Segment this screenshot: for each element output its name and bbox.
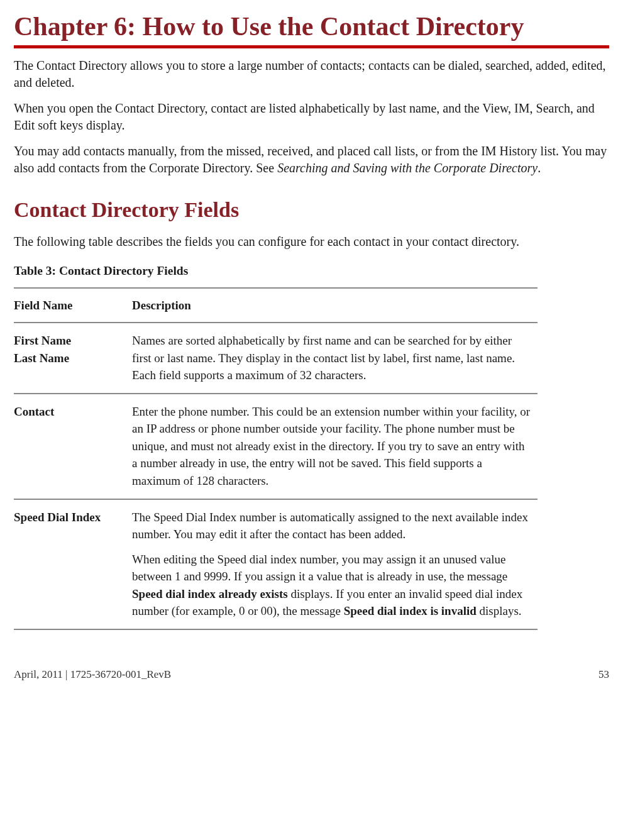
contact-fields-table: Field Name Description First Name Last N… bbox=[14, 287, 538, 630]
desc-paragraph: The Speed Dial Index number is automatic… bbox=[132, 509, 532, 543]
table-row: Contact Enter the phone number. This cou… bbox=[14, 394, 538, 499]
intro-paragraph: The Contact Directory allows you to stor… bbox=[14, 57, 609, 91]
field-name: Last Name bbox=[14, 350, 127, 367]
desc-paragraph: When editing the Speed dial index number… bbox=[132, 551, 532, 620]
field-desc-cell: Enter the phone number. This could be an… bbox=[132, 394, 538, 499]
col-header-field: Field Name bbox=[14, 288, 132, 323]
cross-reference: Searching and Saving with the Corporate … bbox=[277, 161, 538, 175]
desc-text: displays. bbox=[477, 604, 522, 617]
intro-paragraph: You may add contacts manually, from the … bbox=[14, 143, 609, 177]
section-intro: The following table describes the fields… bbox=[14, 233, 609, 250]
field-desc-cell: Names are sorted alphabetically by first… bbox=[132, 323, 538, 394]
field-name-cell: Speed Dial Index bbox=[14, 499, 132, 629]
field-desc-cell: The Speed Dial Index number is automatic… bbox=[132, 499, 538, 629]
field-name-cell: First Name Last Name bbox=[14, 323, 132, 394]
page-footer: April, 2011 | 1725-36720-001_RevB 53 bbox=[14, 668, 609, 694]
col-header-desc: Description bbox=[132, 288, 538, 323]
ui-message: Speed dial index already exists bbox=[132, 587, 288, 600]
ui-message: Speed dial index is invalid bbox=[344, 604, 477, 617]
section-title: Contact Directory Fields bbox=[14, 196, 609, 224]
intro-paragraph: When you open the Contact Directory, con… bbox=[14, 100, 609, 134]
field-name-cell: Contact bbox=[14, 394, 132, 499]
page-number: 53 bbox=[598, 668, 609, 682]
footer-left: April, 2011 | 1725-36720-001_RevB bbox=[14, 668, 171, 682]
table-row: First Name Last Name Names are sorted al… bbox=[14, 323, 538, 394]
desc-text: When editing the Speed dial index number… bbox=[132, 553, 507, 583]
table-row: Speed Dial Index The Speed Dial Index nu… bbox=[14, 499, 538, 629]
intro-text: . bbox=[538, 161, 541, 175]
table-header-row: Field Name Description bbox=[14, 288, 538, 323]
table-caption: Table 3: Contact Directory Fields bbox=[14, 263, 609, 279]
chapter-title: Chapter 6: How to Use the Contact Direct… bbox=[14, 11, 609, 48]
field-name: First Name bbox=[14, 332, 127, 350]
